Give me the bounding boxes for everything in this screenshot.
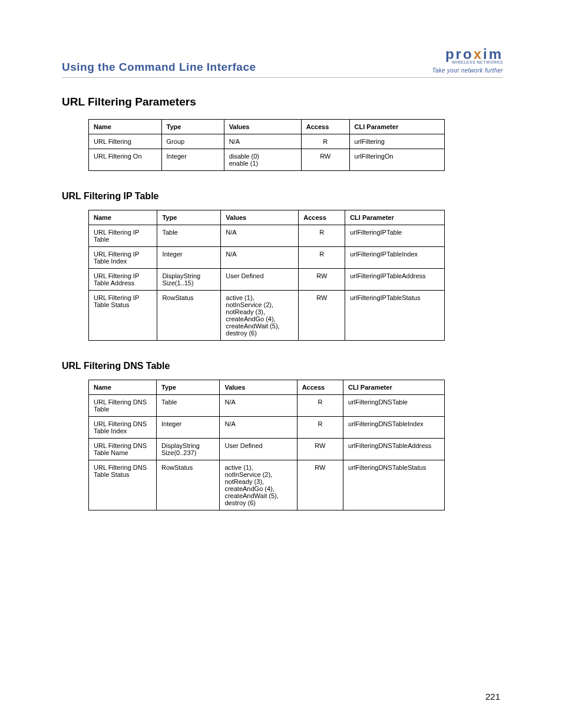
cell-values: disable (0) enable (1) [224, 149, 301, 171]
cell-values: N/A [221, 225, 299, 247]
cell-access: RW [299, 269, 345, 291]
cell-cli: urlFilteringOn [349, 149, 444, 171]
cell-cli: urlFilteringDNSTableIndex [343, 417, 445, 439]
cell-cli: urlFilteringIPTableIndex [345, 247, 445, 269]
col-header: Access [299, 210, 345, 225]
cell-cli: urlFiltering [349, 134, 444, 149]
table-row: URL Filtering DNS Table Index Integer N/… [89, 417, 445, 439]
cell-cli: urlFilteringIPTable [345, 225, 445, 247]
cell-cli: urlFilteringDNSTable [343, 395, 445, 417]
col-header: CLI Parameter [345, 210, 445, 225]
cell-name: URL Filtering IP Table [89, 225, 157, 247]
col-header: Type [157, 210, 221, 225]
cell-cli: urlFilteringIPTableAddress [345, 269, 445, 291]
col-header: CLI Parameter [349, 120, 444, 134]
cell-type: RowStatus [157, 291, 221, 341]
table-row: URL Filtering DNS Table Table N/A R urlF… [89, 395, 445, 417]
cell-values: N/A [224, 134, 301, 149]
cell-name: URL Filtering DNS Table Status [89, 460, 157, 510]
cell-type: Table [157, 395, 220, 417]
cell-type: Group [161, 134, 224, 149]
cell-type: DisplayString Size(1..15) [157, 269, 221, 291]
cell-name: URL Filtering IP Table Address [89, 269, 157, 291]
cell-access: RW [299, 291, 345, 341]
cell-name: URL Filtering IP Table Index [89, 247, 157, 269]
brand-logo: proxim [432, 47, 503, 61]
cell-type: Table [157, 225, 221, 247]
cell-access: RW [297, 439, 343, 460]
doc-title: Using the Command Line Interface [62, 61, 256, 74]
cell-access: RW [301, 149, 349, 171]
table-row: URL Filtering IP Table Status RowStatus … [89, 291, 445, 341]
cell-type: DisplayString Size(0..237) [157, 439, 220, 460]
col-header: Name [89, 120, 162, 134]
col-header: Type [161, 120, 224, 134]
params-table-1: Name Type Values Access CLI Parameter UR… [88, 119, 445, 171]
table-row: URL Filtering IP Table Address DisplaySt… [89, 269, 445, 291]
document-page: Using the Command Line Interface proxim … [0, 0, 562, 728]
table-row: URL Filtering On Integer disable (0) ena… [89, 149, 445, 171]
cell-name: URL Filtering [89, 134, 162, 149]
cell-access: R [299, 225, 345, 247]
cell-type: Integer [157, 247, 221, 269]
brand-subtitle: WIRELESS NETWORKS [432, 60, 503, 64]
section-heading: URL Filtering DNS Table [62, 361, 503, 371]
cell-access: R [299, 247, 345, 269]
params-table-3: Name Type Values Access CLI Parameter UR… [88, 380, 445, 510]
col-header: Name [89, 210, 157, 225]
cell-name: URL Filtering On [89, 149, 162, 171]
cell-type: Integer [161, 149, 224, 171]
cell-access: R [297, 395, 343, 417]
table-row: URL Filtering DNS Table Status RowStatus… [89, 460, 445, 510]
cell-type: Integer [157, 417, 220, 439]
col-header: Type [157, 380, 220, 395]
col-header: Access [301, 120, 349, 134]
brand-block: proxim WIRELESS NETWORKS Take your netwo… [432, 47, 503, 74]
table-header-row: Name Type Values Access CLI Parameter [89, 120, 445, 134]
page-header: Using the Command Line Interface proxim … [62, 47, 503, 78]
table-header-row: Name Type Values Access CLI Parameter [89, 210, 445, 225]
table-header-row: Name Type Values Access CLI Parameter [89, 380, 445, 395]
cell-values: N/A [220, 417, 297, 439]
cell-cli: urlFilteringDNSTableStatus [343, 460, 445, 510]
cell-values: N/A [220, 395, 297, 417]
table-row: URL Filtering IP Table Index Integer N/A… [89, 247, 445, 269]
cell-access: RW [297, 460, 343, 510]
table-row: URL Filtering IP Table Table N/A R urlFi… [89, 225, 445, 247]
cell-access: R [301, 134, 349, 149]
section-heading: URL Filtering Parameters [62, 95, 503, 108]
col-header: CLI Parameter [343, 380, 445, 395]
col-header: Access [297, 380, 343, 395]
cell-name: URL Filtering DNS Table [89, 395, 157, 417]
cell-cli: urlFilteringDNSTableAddress [343, 439, 445, 460]
cell-name: URL Filtering IP Table Status [89, 291, 157, 341]
cell-values: active (1), notInService (2), notReady (… [220, 460, 297, 510]
cell-cli: urlFilteringIPTableStatus [345, 291, 445, 341]
cell-values: User Defined [220, 439, 297, 460]
table-row: URL Filtering Group N/A R urlFiltering [89, 134, 445, 149]
params-table-2: Name Type Values Access CLI Parameter UR… [88, 210, 445, 341]
cell-values: N/A [221, 247, 299, 269]
cell-name: URL Filtering DNS Table Name [89, 439, 157, 460]
col-header: Name [89, 380, 157, 395]
col-header: Values [221, 210, 299, 225]
cell-values: active (1), notInService (2), notReady (… [221, 291, 299, 341]
col-header: Values [220, 380, 297, 395]
cell-values: User Defined [221, 269, 299, 291]
section-heading: URL Filtering IP Table [62, 191, 503, 202]
table-row: URL Filtering DNS Table Name DisplayStri… [89, 439, 445, 460]
cell-name: URL Filtering DNS Table Index [89, 417, 157, 439]
brand-tagline: Take your network further [432, 68, 503, 74]
page-number: 221 [485, 691, 500, 701]
cell-access: R [297, 417, 343, 439]
cell-type: RowStatus [157, 460, 220, 510]
col-header: Values [224, 120, 301, 134]
